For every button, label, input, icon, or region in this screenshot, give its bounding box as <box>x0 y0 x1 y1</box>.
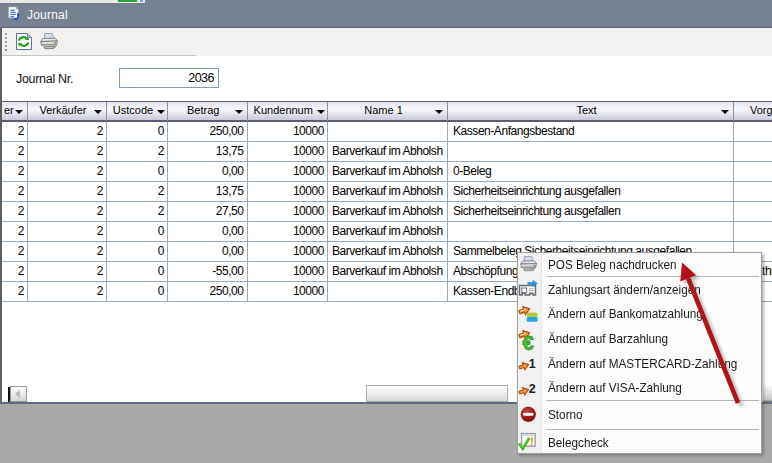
svg-text:€: € <box>523 332 534 352</box>
svg-text:2: 2 <box>529 382 536 396</box>
svg-text:1: 1 <box>529 357 536 371</box>
